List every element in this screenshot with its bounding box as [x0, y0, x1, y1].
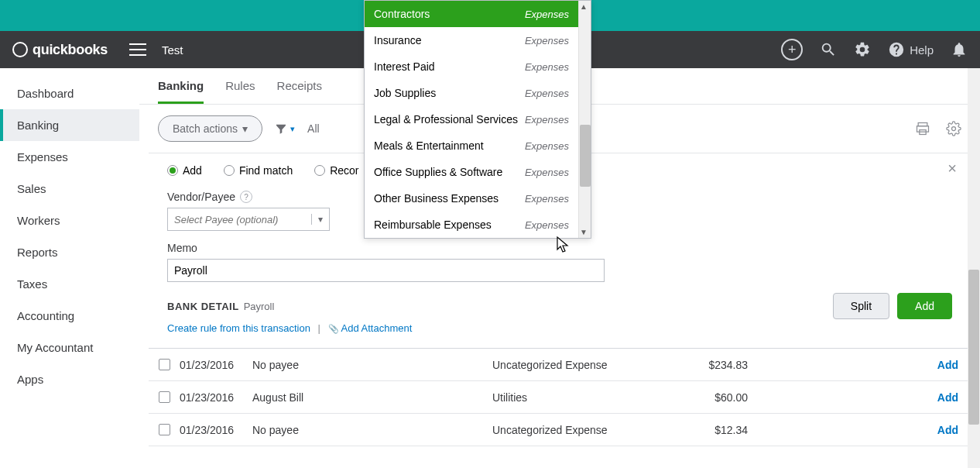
sidebar-item-workers[interactable]: Workers	[0, 205, 139, 236]
sidebar-item-taxes[interactable]: Taxes	[0, 268, 139, 300]
category-dropdown[interactable]: ContractorsExpenses InsuranceExpenses In…	[364, 0, 591, 239]
filter-all-label: All	[307, 122, 320, 135]
table-row[interactable]: 01/23/2016 No payee Uncategorized Expens…	[149, 349, 971, 381]
sidebar-item-reports[interactable]: Reports	[0, 236, 139, 268]
dropdown-item[interactable]: Interest PaidExpenses	[365, 53, 591, 80]
row-checkbox[interactable]	[159, 424, 170, 435]
dropdown-item-name: Reimbursable Expenses	[374, 219, 492, 231]
row-payee: No payee	[252, 359, 368, 371]
dropdown-scrollbar[interactable]	[578, 1, 591, 238]
help-tooltip-icon[interactable]: ?	[240, 191, 252, 203]
chevron-down-icon: ▾	[290, 124, 295, 134]
funnel-icon	[275, 122, 287, 135]
bank-detail-label: BANK DETAIL	[167, 301, 239, 312]
vendor-select[interactable]: ▾	[167, 208, 330, 231]
dropdown-item-name: Contractors	[374, 8, 430, 20]
table-row[interactable]: 01/23/2016 August Bill Utilities $60.00 …	[149, 381, 971, 414]
dropdown-item[interactable]: ContractorsExpenses	[365, 1, 591, 27]
tab-banking[interactable]: Banking	[158, 79, 204, 104]
add-button[interactable]: Add	[897, 293, 952, 319]
dropdown-item[interactable]: Office Supplies & SoftwareExpenses	[365, 159, 591, 185]
vendor-input[interactable]	[168, 214, 311, 225]
scrollbar-thumb[interactable]	[968, 270, 979, 425]
dropdown-item-name: Interest Paid	[374, 60, 435, 73]
batch-actions-button[interactable]: Batch actions ▾	[158, 115, 262, 142]
sidebar-item-accounting[interactable]: Accounting	[0, 300, 139, 332]
radio-find-label: Find match	[239, 164, 293, 177]
row-category: Uncategorized Expense	[492, 359, 678, 371]
help-icon	[888, 41, 905, 58]
memo-label: Memo	[167, 242, 952, 254]
row-add-link[interactable]: Add	[794, 391, 971, 404]
chevron-down-icon: ▾	[242, 122, 248, 135]
row-checkbox[interactable]	[159, 359, 170, 370]
row-add-link[interactable]: Add	[794, 424, 971, 436]
dropdown-item-type: Expenses	[525, 61, 569, 73]
add-attachment-link[interactable]: Add Attachment	[341, 322, 413, 334]
sidebar-item-dashboard[interactable]: Dashboard	[0, 77, 139, 109]
sidebar-item-my-accountant[interactable]: My Accountant	[0, 332, 139, 363]
scrollbar-thumb[interactable]	[580, 125, 591, 187]
dropdown-item-name: Job Supplies	[374, 87, 436, 99]
sidebar-item-banking[interactable]: Banking	[0, 109, 139, 141]
row-category: Utilities	[492, 391, 678, 404]
dropdown-item[interactable]: Legal & Professional ServicesExpenses	[365, 106, 591, 132]
row-date: 01/23/2016	[180, 359, 252, 371]
row-add-link[interactable]: Add	[794, 359, 971, 371]
svg-point-3	[952, 127, 956, 131]
attachment-icon: 📎	[328, 324, 339, 333]
scroll-down-icon[interactable]: ▼	[580, 228, 588, 236]
gear-icon[interactable]	[946, 121, 961, 136]
vendor-label: Vendor/Payee ?	[167, 191, 330, 203]
row-date: 01/23/2016	[180, 391, 252, 404]
dropdown-item[interactable]: Meals & EntertainmentExpenses	[365, 132, 591, 159]
transactions-table: 01/23/2016 No payee Uncategorized Expens…	[149, 348, 971, 446]
create-rule-link[interactable]: Create rule from this transaction	[167, 322, 310, 334]
gear-icon[interactable]	[854, 41, 871, 58]
sidebar-item-expenses[interactable]: Expenses	[0, 141, 139, 173]
dropdown-item-type: Expenses	[525, 219, 569, 231]
sidebar-item-apps[interactable]: Apps	[0, 363, 139, 395]
radio-record[interactable]: Recor	[314, 164, 358, 177]
row-payee: No payee	[252, 424, 368, 436]
row-amount: $60.00	[678, 391, 794, 404]
bell-icon[interactable]	[951, 41, 968, 58]
menu-icon[interactable]	[129, 43, 146, 56]
dropdown-item[interactable]: Other Business ExpensesExpenses	[365, 185, 591, 212]
tab-rules[interactable]: Rules	[225, 79, 255, 104]
memo-input[interactable]	[167, 259, 605, 282]
radio-dot-icon	[224, 165, 235, 176]
dropdown-item-name: Office Supplies & Software	[374, 166, 502, 178]
sidebar: Dashboard Banking Expenses Sales Workers…	[0, 68, 139, 468]
close-icon[interactable]: ×	[947, 160, 957, 177]
dropdown-item-type: Expenses	[525, 114, 569, 126]
dropdown-item-name: Meals & Entertainment	[374, 139, 484, 152]
print-icon[interactable]	[915, 121, 930, 136]
logo-icon	[12, 42, 28, 57]
table-row[interactable]: 01/23/2016 No payee Uncategorized Expens…	[149, 414, 971, 446]
company-name[interactable]: Test	[162, 43, 183, 57]
dropdown-item[interactable]: Job SuppliesExpenses	[365, 80, 591, 106]
tab-receipts[interactable]: Receipts	[277, 79, 322, 104]
filter-button[interactable]: ▾	[275, 122, 295, 135]
dropdown-item-type: Expenses	[525, 167, 569, 178]
split-button[interactable]: Split	[833, 293, 889, 319]
radio-find-match[interactable]: Find match	[224, 164, 293, 177]
plus-icon[interactable]: +	[781, 39, 803, 60]
sidebar-item-sales[interactable]: Sales	[0, 173, 139, 205]
dropdown-item[interactable]: Reimbursable ExpensesExpenses	[365, 212, 591, 238]
radio-add[interactable]: Add	[167, 164, 202, 177]
dropdown-item-name: Legal & Professional Services	[374, 113, 518, 126]
main-scrollbar[interactable]	[968, 68, 980, 468]
radio-add-label: Add	[183, 164, 202, 177]
row-checkbox[interactable]	[159, 391, 170, 403]
logo[interactable]: quickbooks	[12, 42, 108, 58]
scroll-up-icon[interactable]: ▲	[580, 2, 588, 11]
dropdown-item[interactable]: InsuranceExpenses	[365, 27, 591, 53]
svg-rect-1	[917, 126, 929, 132]
chevron-down-icon[interactable]: ▾	[311, 214, 329, 225]
row-amount: $234.83	[678, 359, 794, 371]
help-button[interactable]: Help	[888, 41, 934, 58]
search-icon[interactable]	[820, 41, 837, 58]
logo-text: quickbooks	[33, 42, 108, 58]
